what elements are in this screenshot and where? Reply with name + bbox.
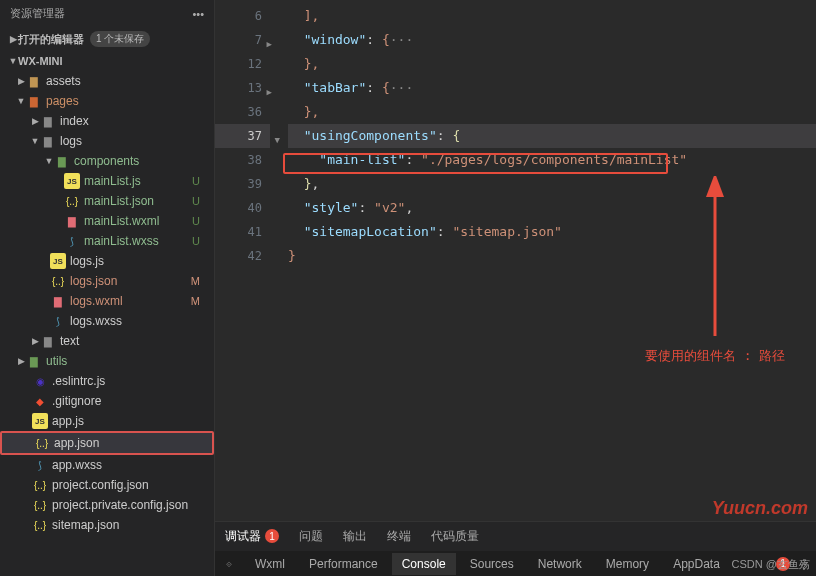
json-icon: {..} xyxy=(32,477,48,493)
explorer-header: 资源管理器 ••• xyxy=(0,0,214,27)
editor-area: 6 7▶ 12 13▶ 36 37▼ 38 39 40 41 42 ], "wi… xyxy=(215,0,816,576)
chevron-right-icon: ▶ xyxy=(16,356,26,366)
folder-icon: ▇ xyxy=(40,113,56,129)
js-icon: JS xyxy=(50,253,66,269)
file-mainlist-wxml[interactable]: ▇ mainList.wxml U xyxy=(0,211,214,231)
chevron-down-icon: ▼ xyxy=(16,96,26,106)
more-icon[interactable]: ⋮ xyxy=(798,557,810,571)
open-editors-label: 打开的编辑器 xyxy=(18,32,84,47)
file-eslintrc[interactable]: ◉ .eslintrc.js xyxy=(0,371,214,391)
tab-output[interactable]: 输出 xyxy=(333,522,377,551)
code-editor[interactable]: 6 7▶ 12 13▶ 36 37▼ 38 39 40 41 42 ], "wi… xyxy=(215,0,816,521)
scm-status: U xyxy=(192,215,210,227)
label: logs.wxml xyxy=(70,294,123,308)
git-icon: ◆ xyxy=(32,393,48,409)
json-icon: {..} xyxy=(64,193,80,209)
js-icon: JS xyxy=(32,413,48,429)
tab-terminal[interactable]: 终端 xyxy=(377,522,421,551)
unsaved-badge: 1 个未保存 xyxy=(90,31,150,47)
label: app.js xyxy=(52,414,84,428)
chevron-down-icon: ▼ xyxy=(44,156,54,166)
wxss-icon: ⟆ xyxy=(50,313,66,329)
label: sitemap.json xyxy=(52,518,119,532)
folder-assets[interactable]: ▶ ▇ assets xyxy=(0,71,214,91)
label: project.config.json xyxy=(52,478,149,492)
open-editors-section[interactable]: ▶ 打开的编辑器 1 个未保存 xyxy=(0,27,214,51)
subtab-sources[interactable]: Sources xyxy=(460,553,524,575)
subtab-appdata[interactable]: AppData xyxy=(663,553,730,575)
annotation-text: 要使用的组件名 : 路径 xyxy=(645,347,785,365)
folder-icon: ▇ xyxy=(26,353,42,369)
file-app-js[interactable]: JS app.js xyxy=(0,411,214,431)
folder-icon: ▇ xyxy=(54,153,70,169)
chevron-right-icon: ▶ xyxy=(16,76,26,86)
subtab-console[interactable]: Console xyxy=(392,553,456,575)
chevron-right-icon: ▶ xyxy=(30,116,40,126)
file-logs-wxml[interactable]: ▇ logs.wxml M xyxy=(0,291,214,311)
label: mainList.wxss xyxy=(84,234,159,248)
file-project-private[interactable]: {..} project.private.config.json xyxy=(0,495,214,515)
code-content[interactable]: ], "window": {··· }, "tabBar": {··· }, "… xyxy=(270,0,816,521)
scm-status: U xyxy=(192,195,210,207)
folder-index[interactable]: ▶ ▇ index xyxy=(0,111,214,131)
project-section[interactable]: ▼ WX-MINI xyxy=(0,51,214,71)
sidebar: 资源管理器 ••• ▶ 打开的编辑器 1 个未保存 ▼ WX-MINI ▶ ▇ … xyxy=(0,0,215,576)
file-sitemap[interactable]: {..} sitemap.json xyxy=(0,515,214,535)
file-tree: ▶ ▇ assets ▼ ▇ pages ▶ ▇ index ▼ ▇ logs … xyxy=(0,71,214,576)
scm-status: M xyxy=(191,295,210,307)
label: logs.js xyxy=(70,254,104,268)
file-project-config[interactable]: {..} project.config.json xyxy=(0,475,214,495)
folder-utils[interactable]: ▶ ▇ utils xyxy=(0,351,214,371)
tab-problems[interactable]: 问题 xyxy=(289,522,333,551)
inspect-icon[interactable]: ⟐ xyxy=(221,556,237,572)
file-logs-json[interactable]: {..} logs.json M xyxy=(0,271,214,291)
more-icon[interactable]: ••• xyxy=(192,8,204,20)
subtab-wxml[interactable]: Wxml xyxy=(245,553,295,575)
json-icon: {..} xyxy=(50,273,66,289)
file-mainlist-wxss[interactable]: ⟆ mainList.wxss U xyxy=(0,231,214,251)
line-gutter: 6 7▶ 12 13▶ 36 37▼ 38 39 40 41 42 xyxy=(215,0,270,521)
folder-logs[interactable]: ▼ ▇ logs xyxy=(0,131,214,151)
subtab-network[interactable]: Network xyxy=(528,553,592,575)
folder-icon: ▇ xyxy=(40,133,56,149)
tab-quality[interactable]: 代码质量 xyxy=(421,522,489,551)
label: project.private.config.json xyxy=(52,498,188,512)
panel-tabs: 调试器 1 问题 输出 终端 代码质量 xyxy=(215,522,816,551)
js-icon: JS xyxy=(64,173,80,189)
file-logs-js[interactable]: JS logs.js xyxy=(0,251,214,271)
wxml-icon: ▇ xyxy=(64,213,80,229)
label: assets xyxy=(46,74,81,88)
file-app-wxss[interactable]: ⟆ app.wxss xyxy=(0,455,214,475)
chevron-right-icon: ▶ xyxy=(30,336,40,346)
tab-debugger[interactable]: 调试器 1 xyxy=(215,522,289,552)
label: utils xyxy=(46,354,67,368)
folder-text[interactable]: ▶ ▇ text xyxy=(0,331,214,351)
folder-icon: ▇ xyxy=(40,333,56,349)
wxss-icon: ⟆ xyxy=(64,233,80,249)
label: pages xyxy=(46,94,79,108)
folder-icon: ▇ xyxy=(26,93,42,109)
scm-status: U xyxy=(192,175,210,187)
file-logs-wxss[interactable]: ⟆ logs.wxss xyxy=(0,311,214,331)
file-gitignore[interactable]: ◆ .gitignore xyxy=(0,391,214,411)
json-icon: {..} xyxy=(32,517,48,533)
error-badge: 1 xyxy=(265,529,279,543)
label: logs.json xyxy=(70,274,117,288)
label: .gitignore xyxy=(52,394,101,408)
file-app-json[interactable]: {..} app.json xyxy=(0,431,214,455)
folder-components[interactable]: ▼ ▇ components xyxy=(0,151,214,171)
explorer-title: 资源管理器 xyxy=(10,6,65,21)
subtab-memory[interactable]: Memory xyxy=(596,553,659,575)
label: app.json xyxy=(54,436,99,450)
scm-status: M xyxy=(191,275,210,287)
subtab-performance[interactable]: Performance xyxy=(299,553,388,575)
eslint-icon: ◉ xyxy=(32,373,48,389)
chevron-down-icon: ▼ xyxy=(30,136,40,146)
wxss-icon: ⟆ xyxy=(32,457,48,473)
file-mainlist-js[interactable]: JS mainList.js U xyxy=(0,171,214,191)
devtools-tabs: ⟐ Wxml Performance Console Sources Netwo… xyxy=(215,551,816,576)
json-icon: {..} xyxy=(34,435,50,451)
file-mainlist-json[interactable]: {..} mainList.json U xyxy=(0,191,214,211)
folder-pages[interactable]: ▼ ▇ pages xyxy=(0,91,214,111)
warn-badge: 1 xyxy=(776,557,790,571)
